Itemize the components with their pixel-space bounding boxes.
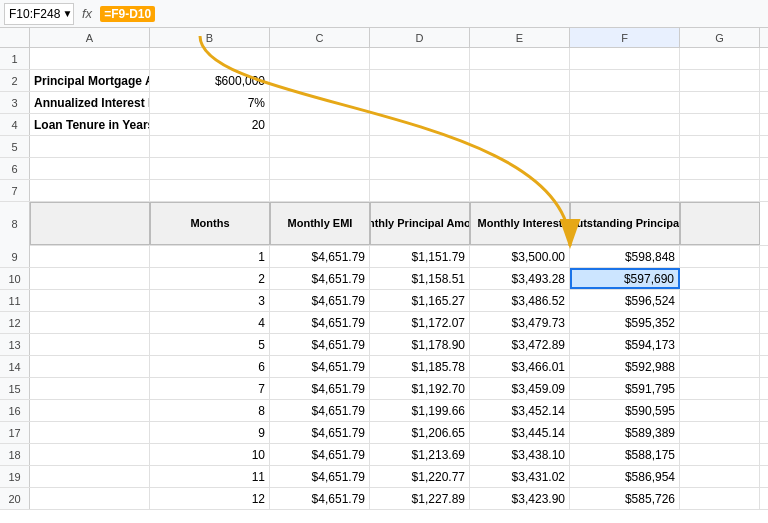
cell-e18[interactable]: $3,438.10 (470, 444, 570, 465)
cell-c2[interactable] (270, 70, 370, 91)
cell-a16[interactable] (30, 400, 150, 421)
cell-b7[interactable] (150, 180, 270, 201)
cell-a11[interactable] (30, 290, 150, 311)
cell-f17[interactable]: $589,389 (570, 422, 680, 443)
cell-a2[interactable]: Principal Mortgage Amount (30, 70, 150, 91)
cell-g12[interactable] (680, 312, 760, 333)
cell-c1[interactable] (270, 48, 370, 69)
cell-d20[interactable]: $1,227.89 (370, 488, 470, 509)
cell-b3[interactable]: 7% (150, 92, 270, 113)
cell-d14[interactable]: $1,185.78 (370, 356, 470, 377)
cell-a4[interactable]: Loan Tenure in Years (30, 114, 150, 135)
cell-f10[interactable]: $597,690 (570, 268, 680, 289)
cell-f19[interactable]: $586,954 (570, 466, 680, 487)
cell-c7[interactable] (270, 180, 370, 201)
cell-e20[interactable]: $3,423.90 (470, 488, 570, 509)
cell-d13[interactable]: $1,178.90 (370, 334, 470, 355)
cell-b12[interactable]: 4 (150, 312, 270, 333)
cell-e15[interactable]: $3,459.09 (470, 378, 570, 399)
cell-a19[interactable] (30, 466, 150, 487)
cell-d5[interactable] (370, 136, 470, 157)
cell-a18[interactable] (30, 444, 150, 465)
cell-a13[interactable] (30, 334, 150, 355)
col-header-e[interactable]: E (470, 28, 570, 47)
cell-d2[interactable] (370, 70, 470, 91)
cell-g13[interactable] (680, 334, 760, 355)
cell-c15[interactable]: $4,651.79 (270, 378, 370, 399)
cell-f6[interactable] (570, 158, 680, 179)
cell-d3[interactable] (370, 92, 470, 113)
cell-e3[interactable] (470, 92, 570, 113)
cell-e10[interactable]: $3,493.28 (470, 268, 570, 289)
col-header-c[interactable]: C (270, 28, 370, 47)
cell-e4[interactable] (470, 114, 570, 135)
cell-g3[interactable] (680, 92, 760, 113)
cell-d16[interactable]: $1,199.66 (370, 400, 470, 421)
cell-b18[interactable]: 10 (150, 444, 270, 465)
cell-b20[interactable]: 12 (150, 488, 270, 509)
cell-f20[interactable]: $585,726 (570, 488, 680, 509)
cell-f15[interactable]: $591,795 (570, 378, 680, 399)
cell-g18[interactable] (680, 444, 760, 465)
cell-b1[interactable] (150, 48, 270, 69)
cell-g5[interactable] (680, 136, 760, 157)
cell-g20[interactable] (680, 488, 760, 509)
cell-c11[interactable]: $4,651.79 (270, 290, 370, 311)
cell-g9[interactable] (680, 246, 760, 267)
cell-f11[interactable]: $596,524 (570, 290, 680, 311)
cell-e7[interactable] (470, 180, 570, 201)
dropdown-arrow[interactable]: ▼ (62, 8, 72, 19)
cell-a7[interactable] (30, 180, 150, 201)
cell-c6[interactable] (270, 158, 370, 179)
cell-g4[interactable] (680, 114, 760, 135)
cell-g15[interactable] (680, 378, 760, 399)
cell-f16[interactable]: $590,595 (570, 400, 680, 421)
cell-b5[interactable] (150, 136, 270, 157)
cell-a1[interactable] (30, 48, 150, 69)
cell-e17[interactable]: $3,445.14 (470, 422, 570, 443)
cell-f9[interactable]: $598,848 (570, 246, 680, 267)
cell-c16[interactable]: $4,651.79 (270, 400, 370, 421)
cell-a5[interactable] (30, 136, 150, 157)
col-header-b[interactable]: B (150, 28, 270, 47)
cell-a12[interactable] (30, 312, 150, 333)
cell-d18[interactable]: $1,213.69 (370, 444, 470, 465)
col-header-f[interactable]: F (570, 28, 680, 47)
cell-e2[interactable] (470, 70, 570, 91)
cell-e12[interactable]: $3,479.73 (470, 312, 570, 333)
col-header-d[interactable]: D (370, 28, 470, 47)
cell-e9[interactable]: $3,500.00 (470, 246, 570, 267)
col-header-a[interactable]: A (30, 28, 150, 47)
cell-b15[interactable]: 7 (150, 378, 270, 399)
cell-e16[interactable]: $3,452.14 (470, 400, 570, 421)
cell-c18[interactable]: $4,651.79 (270, 444, 370, 465)
cell-b13[interactable]: 5 (150, 334, 270, 355)
cell-f5[interactable] (570, 136, 680, 157)
cell-f4[interactable] (570, 114, 680, 135)
cell-d19[interactable]: $1,220.77 (370, 466, 470, 487)
cell-a10[interactable] (30, 268, 150, 289)
cell-e19[interactable]: $3,431.02 (470, 466, 570, 487)
cell-g16[interactable] (680, 400, 760, 421)
cell-f1[interactable] (570, 48, 680, 69)
cell-b4[interactable]: 20 (150, 114, 270, 135)
cell-d4[interactable] (370, 114, 470, 135)
cell-d1[interactable] (370, 48, 470, 69)
cell-ref-box[interactable]: F10:F248 ▼ (4, 3, 74, 25)
cell-c14[interactable]: $4,651.79 (270, 356, 370, 377)
cell-b17[interactable]: 9 (150, 422, 270, 443)
cell-e11[interactable]: $3,486.52 (470, 290, 570, 311)
cell-g19[interactable] (680, 466, 760, 487)
cell-c10[interactable]: $4,651.79 (270, 268, 370, 289)
cell-e5[interactable] (470, 136, 570, 157)
cell-f13[interactable]: $594,173 (570, 334, 680, 355)
cell-g10[interactable] (680, 268, 760, 289)
cell-c3[interactable] (270, 92, 370, 113)
cell-b19[interactable]: 11 (150, 466, 270, 487)
cell-g2[interactable] (680, 70, 760, 91)
cell-f7[interactable] (570, 180, 680, 201)
cell-a6[interactable] (30, 158, 150, 179)
cell-e6[interactable] (470, 158, 570, 179)
cell-a17[interactable] (30, 422, 150, 443)
cell-b11[interactable]: 3 (150, 290, 270, 311)
